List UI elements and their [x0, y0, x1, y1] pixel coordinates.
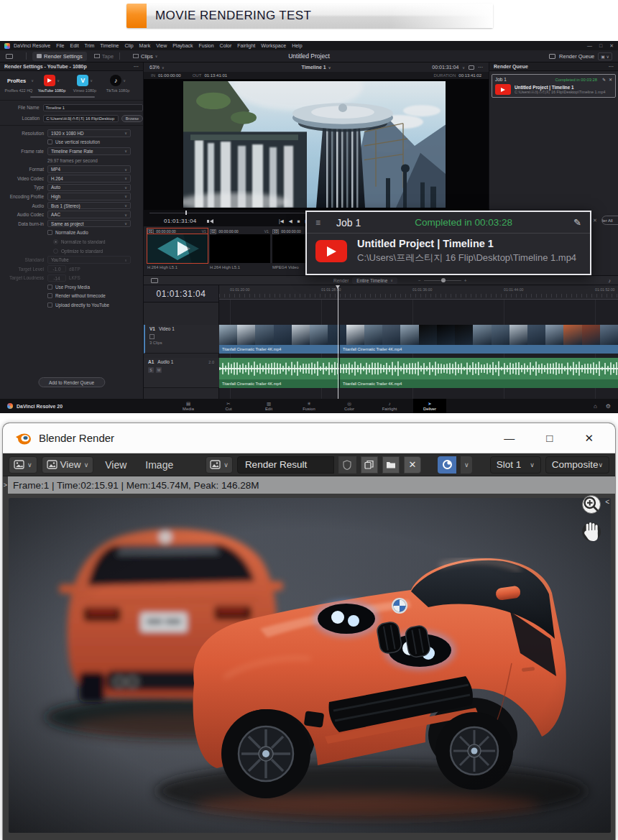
page-tab-fairlight[interactable]: ♪ Fairlight — [373, 399, 406, 413]
transport-button-0[interactable]: |◀ — [279, 218, 284, 224]
video-codec-select[interactable]: H.264 — [47, 175, 131, 183]
menu-clip[interactable]: Clip — [125, 43, 134, 48]
target-loudness-input[interactable]: -14 — [47, 274, 66, 282]
audio-track[interactable]: Titanfall Cinematic Trailer 4K.mp4 Titan… — [219, 358, 618, 388]
unlink-image-icon[interactable]: ✕ — [404, 456, 421, 474]
menu-fairlight[interactable]: Fairlight — [237, 43, 255, 48]
pan-hand-button[interactable] — [582, 522, 601, 541]
menu-file[interactable]: File — [56, 43, 64, 48]
upload-directly-to-youtube-checkbox[interactable] — [47, 303, 52, 308]
type-select[interactable]: Auto — [47, 184, 131, 192]
render-job-card[interactable]: Job 1 Completed in 00:03:28 ✎ ✕ Untitled… — [492, 74, 616, 98]
audio-track-header[interactable]: A1 Audio 1 2.0 S M — [144, 358, 219, 388]
video-track[interactable]: Titanfall Cinematic Trailer 4K.mp4 Titan… — [219, 325, 618, 354]
data-burn-in-select[interactable]: Same as project — [47, 220, 131, 228]
image-editor-canvas[interactable]: < — [3, 494, 615, 840]
still-capture-icon[interactable] — [469, 65, 474, 70]
menu-playback[interactable]: Playback — [172, 43, 193, 48]
render-without-timecode-checkbox[interactable] — [47, 293, 52, 298]
edit-job-icon[interactable]: ✎ — [602, 77, 606, 82]
page-tab-color[interactable]: ◎ Color — [333, 399, 366, 413]
drag-handle-icon[interactable]: ≡ — [315, 218, 320, 228]
preset-vimeo[interactable]: ∨ Vimeo 1080p — [69, 74, 101, 93]
page-tab-cut[interactable]: ✂ Cut — [212, 399, 245, 413]
viewer-timeline-dropdown[interactable]: Timeline 1 ∨ — [302, 65, 331, 70]
audio-codec-select[interactable]: AAC — [47, 211, 131, 218]
page-tab-deliver[interactable]: ➤ Deliver — [413, 399, 446, 413]
transport-button-1[interactable]: ◀ — [289, 218, 292, 224]
audio-waveform-icon[interactable]: ♪ — [609, 278, 612, 283]
transport-button-2[interactable]: ■ — [298, 218, 300, 224]
sidebar-toggle-icon[interactable]: > — [3, 476, 8, 494]
remove-job-icon[interactable]: ✕ — [609, 77, 612, 82]
image-pin-icon[interactable] — [438, 456, 457, 474]
normalize-to-standard-radio[interactable] — [53, 239, 58, 244]
page-tab-fusion[interactable]: ✳ Fusion — [292, 399, 326, 413]
preset-youtube[interactable]: ∨ YouTube 1080p — [36, 74, 68, 93]
audio-select[interactable]: Bus 1 (Stereo) — [47, 202, 131, 210]
menu-edit[interactable]: Edit — [70, 43, 79, 48]
render-all-button[interactable]: Render All — [601, 216, 618, 225]
menu-fusion[interactable]: Fusion — [199, 43, 214, 48]
popup-edit-icon[interactable]: ✎ — [573, 217, 581, 228]
image-datablock-icon-dropdown[interactable]: ∨ — [206, 456, 233, 474]
render-clip-01[interactable]: 01 00:00:00:00 V1 H.264 High L5.1 — [147, 229, 208, 273]
menu-trim[interactable]: Trim — [85, 43, 95, 48]
render-slot-dropdown[interactable]: Slot 1 ∨ — [490, 456, 541, 474]
menu-workspace[interactable]: Workspace — [261, 43, 286, 48]
pin-dropdown-chevron[interactable]: ∨ — [461, 456, 472, 474]
menu-help[interactable]: Help — [292, 43, 302, 48]
page-tab-edit[interactable]: ▥ Edit — [252, 399, 285, 413]
render-pass-dropdown[interactable]: Composite ∨ — [545, 456, 609, 474]
track-lock-icon[interactable] — [149, 334, 154, 339]
frame-rate-select[interactable]: Timeline Frame Rate — [47, 147, 131, 155]
duplicate-image-icon[interactable] — [361, 456, 378, 474]
minimize-icon[interactable]: — — [587, 43, 592, 49]
preset-prores[interactable]: ProRes ∨ ProRes 422 HQ — [3, 74, 34, 93]
panel-collapse-icon[interactable]: < — [605, 498, 609, 506]
menu-image[interactable]: Image — [138, 459, 180, 471]
clips-dropdown[interactable]: Clips ∨ — [133, 53, 157, 60]
menu-color[interactable]: Color — [220, 43, 232, 48]
viewer-zoom-dropdown[interactable]: 63% ∨ — [149, 65, 165, 70]
encoding-profile-select[interactable]: High — [47, 193, 131, 200]
mute-button[interactable]: M — [156, 367, 162, 373]
tape-button[interactable]: Tape — [94, 53, 114, 60]
render-range-dropdown[interactable]: Entire Timeline — [352, 277, 397, 284]
presets-scrollbar[interactable] — [30, 96, 95, 98]
queue-options-dropdown[interactable]: ▣ ∨ — [598, 52, 612, 60]
close-icon[interactable]: ✕ — [584, 432, 594, 445]
open-image-folder-icon[interactable] — [382, 456, 400, 474]
menu-view[interactable]: View — [156, 43, 167, 48]
render-jobs-icon[interactable] — [151, 278, 158, 283]
image-name-field[interactable]: Render Result — [237, 456, 335, 474]
menu-view[interactable]: View — [98, 459, 134, 471]
preset-custom[interactable]: ∨ Pres — [135, 74, 143, 93]
close-icon[interactable]: ✕ — [609, 43, 614, 49]
standard-select[interactable]: YouTube — [47, 256, 131, 264]
zoom-in-button[interactable] — [582, 495, 601, 514]
maximize-icon[interactable]: □ — [599, 43, 602, 49]
fake-user-shield-icon[interactable] — [338, 456, 356, 474]
render-queue-toggle[interactable]: Render Queue — [559, 53, 594, 60]
normalize-audio-checkbox[interactable] — [47, 230, 52, 235]
video-track-header[interactable]: V1 Video 1 3 Clips — [144, 325, 219, 354]
target-level-input[interactable]: -1.0 — [47, 265, 66, 273]
browse-button[interactable]: Browse — [121, 115, 143, 122]
render-clip-02[interactable]: 02 00:00:00:00 V1 H.264 High L5.1 — [210, 229, 270, 273]
preset-tiktok[interactable]: ∨ TikTok 1080p — [102, 74, 134, 93]
viewer-more-icon[interactable]: ··· — [478, 65, 483, 70]
minimize-icon[interactable]: — — [504, 432, 515, 445]
menu-mark[interactable]: Mark — [139, 43, 151, 48]
settings-gear-icon[interactable]: ⚙ — [606, 403, 611, 410]
format-select[interactable]: MP4 — [47, 165, 131, 173]
viewer-timecode[interactable]: 00:01:31:04 — [432, 65, 458, 70]
location-input[interactable]: C:\Users\프레스티지 16 Flip\Desktop — [43, 115, 119, 122]
more-options-icon[interactable]: ··· — [134, 64, 139, 69]
add-to-render-queue-button[interactable]: Add to Render Queue — [38, 377, 105, 387]
solo-button[interactable]: S — [148, 367, 154, 373]
clear-icon[interactable]: ✕ — [593, 218, 597, 223]
file-name-input[interactable]: Timeline 1 — [43, 104, 144, 111]
render-settings-button[interactable]: Render Settings — [32, 52, 87, 61]
editor-type-dropdown[interactable]: ∨ — [9, 456, 37, 474]
